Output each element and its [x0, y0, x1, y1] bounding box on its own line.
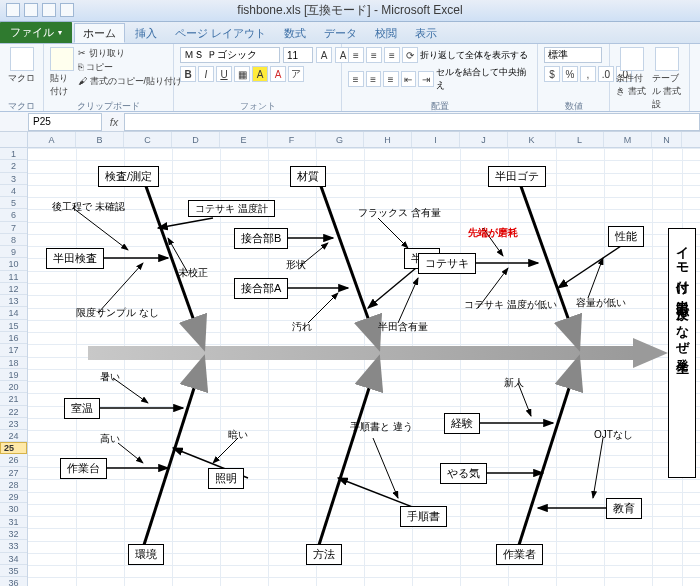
fishbone-diagram: 検査/測定 材質 半田ゴテ 環境 方法 作業者 イモ付け半田不良がなぜ発生？ 半…	[28, 148, 700, 586]
sub-lighting: 照明	[208, 468, 244, 489]
worksheet[interactable]: 1234567891011121314151617181920212223242…	[0, 132, 700, 586]
lbl-hot: 暑い	[100, 370, 120, 384]
qat	[6, 3, 74, 17]
cat-environment-box: 環境	[128, 544, 164, 565]
cut-button[interactable]: ✂ 切り取り	[78, 47, 182, 60]
tab-home[interactable]: ホーム	[74, 23, 125, 43]
macro-button[interactable]: マクロ	[6, 47, 37, 85]
phonetic-button[interactable]: ア	[288, 66, 304, 82]
lbl-shape: 形状	[286, 258, 306, 272]
sub-joint-b: 接合部B	[234, 228, 288, 249]
grow-font-button[interactable]: A	[316, 47, 332, 63]
window-title: fishbone.xls [互換モード] - Microsoft Excel	[237, 2, 462, 19]
sub-roomtemp: 室温	[64, 398, 100, 419]
align-right-button[interactable]: ≡	[383, 71, 399, 87]
svg-line-16	[308, 293, 338, 323]
row-headers[interactable]: 1234567891011121314151617181920212223242…	[0, 132, 28, 586]
svg-line-5	[318, 360, 378, 548]
align-left-button[interactable]: ≡	[348, 71, 364, 87]
svg-line-17	[378, 218, 408, 248]
italic-button[interactable]: I	[198, 66, 214, 82]
comma-button[interactable]: ,	[580, 66, 596, 82]
svg-line-31	[373, 438, 398, 498]
lbl-high: 高い	[100, 432, 120, 446]
align-middle-button[interactable]: ≡	[366, 47, 382, 63]
sub-tip: コテサキ	[418, 253, 476, 274]
sub-motivation: やる気	[440, 463, 487, 484]
tab-page-layout[interactable]: ページ レイアウト	[167, 23, 274, 43]
align-bottom-button[interactable]: ≡	[384, 47, 400, 63]
lbl-flux: フラックス 含有量	[358, 206, 441, 220]
sub-education: 教育	[606, 498, 642, 519]
sub-joint-a: 接合部A	[234, 278, 288, 299]
excel-icon	[6, 3, 20, 17]
effect-box: イモ付け半田不良がなぜ発生？	[668, 228, 696, 478]
indent-inc-button[interactable]: ⇥	[418, 71, 434, 87]
font-size-select[interactable]: 11	[283, 47, 313, 63]
bold-button[interactable]: B	[180, 66, 196, 82]
tab-formulas[interactable]: 数式	[276, 23, 314, 43]
svg-line-3	[518, 178, 578, 346]
lbl-low-cap: 容量が低い	[576, 296, 626, 310]
format-painter-button[interactable]: 🖌 書式のコピー/貼り付け	[78, 75, 182, 88]
col-headers[interactable]: ABCDEFGHIJKLMN	[28, 132, 700, 148]
conditional-format-icon	[620, 47, 644, 71]
percent-button[interactable]: %	[562, 66, 578, 82]
qat-redo-icon[interactable]	[60, 3, 74, 17]
formula-input[interactable]	[124, 113, 700, 131]
svg-line-28	[118, 443, 143, 463]
indent-dec-button[interactable]: ⇤	[401, 71, 417, 87]
macro-icon	[10, 47, 34, 71]
lbl-low-temp: コテサキ 温度が低い	[464, 298, 557, 312]
fill-color-button[interactable]: A	[252, 66, 268, 82]
underline-button[interactable]: U	[216, 66, 232, 82]
border-button[interactable]: ▦	[234, 66, 250, 82]
group-macro-label: マクロ	[6, 99, 37, 111]
lbl-later-uncheck: 後工程で 未確認	[52, 200, 125, 214]
align-top-button[interactable]: ≡	[348, 47, 364, 63]
cat-iron-box: 半田ゴテ	[488, 166, 546, 187]
align-center-button[interactable]: ≡	[366, 71, 382, 87]
svg-line-8	[158, 218, 213, 228]
lbl-no-ojt: OJTなし	[594, 428, 633, 442]
qat-undo-icon[interactable]	[42, 3, 56, 17]
sub-solder-inspect: 半田検査	[46, 248, 104, 269]
tab-review[interactable]: 校閲	[367, 23, 405, 43]
fx-icon[interactable]: fx	[104, 116, 124, 128]
cat-operator-box: 作業者	[496, 544, 543, 565]
cat-inspection-box: 検査/測定	[98, 166, 159, 187]
svg-line-4	[143, 360, 203, 548]
table-format-button[interactable]: テーブル 書式設	[652, 47, 684, 111]
svg-rect-0	[88, 346, 638, 360]
svg-line-23	[588, 258, 603, 298]
svg-line-2	[318, 178, 378, 346]
formula-bar: P25 fx	[0, 112, 700, 132]
cat-method-box: 方法	[306, 544, 342, 565]
tab-data[interactable]: データ	[316, 23, 365, 43]
table-format-icon	[655, 47, 679, 71]
currency-button[interactable]: $	[544, 66, 560, 82]
title-bar: fishbone.xls [互換モード] - Microsoft Excel	[0, 0, 700, 22]
sub-workbench: 作業台	[60, 458, 107, 479]
lbl-newbie: 新人	[504, 376, 524, 390]
lbl-dark: 暗い	[228, 428, 248, 442]
conditional-format-button[interactable]: 条件付き 書式	[616, 47, 648, 98]
sub-experience: 経験	[444, 413, 480, 434]
paste-button[interactable]: 貼り付け	[50, 47, 74, 98]
svg-line-18	[398, 278, 418, 323]
lbl-worn-tip: 先端が磨耗	[468, 226, 518, 240]
name-box[interactable]: P25	[28, 113, 102, 131]
tab-insert[interactable]: 挿入	[127, 23, 165, 43]
wrap-text-button[interactable]: 折り返して全体を表示する	[420, 49, 528, 62]
copy-button[interactable]: ⎘ コピー	[78, 61, 182, 74]
paste-icon	[50, 47, 74, 71]
number-format-select[interactable]: 標準	[544, 47, 602, 63]
merge-center-button[interactable]: セルを結合して中央揃え	[436, 66, 531, 92]
qat-save-icon[interactable]	[24, 3, 38, 17]
font-family-select[interactable]: ＭＳ Ｐゴシック	[180, 47, 280, 63]
svg-line-36	[593, 438, 603, 498]
font-color-button[interactable]: A	[270, 66, 286, 82]
orientation-button[interactable]: ⟳	[402, 47, 418, 63]
tab-file[interactable]: ファイル▾	[0, 21, 72, 43]
tab-view[interactable]: 表示	[407, 23, 445, 43]
